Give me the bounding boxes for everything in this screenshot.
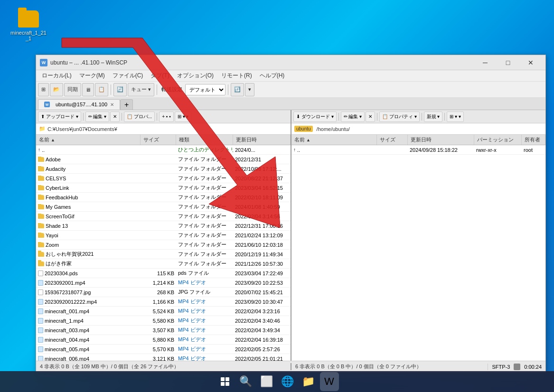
desktop-icon-minecraft[interactable]: minecraft_1_21_1 — [9, 9, 47, 41]
col-name-r[interactable]: 名前 ▲ — [291, 135, 377, 145]
search-taskbar-btn[interactable]: 🔍 — [236, 372, 255, 391]
right-status: 6 非表示 0 B（全 0 B 中）/ 0 個目（全 0 ファイル中） — [291, 363, 488, 370]
table-row[interactable]: Shade 13 ファイル フォルダー 2022/12/31 17:00:16 — [36, 221, 291, 231]
table-row[interactable]: CELSYS ファイル フォルダー 2020/08/22 21:12:37 — [36, 174, 291, 183]
left-delete-btn[interactable]: ✕ — [110, 112, 120, 122]
left-new-btn[interactable]: + ▪ ▪ — [159, 112, 174, 122]
table-row[interactable]: minecraft_005.mp4 5,570 KB MP4 ビデオ 2022/… — [36, 345, 291, 354]
table-row[interactable]: 1593672318077.jpg 268 KB JPG ファイル 2020/0… — [36, 288, 291, 297]
col-owner-r[interactable]: 所有者 — [522, 135, 545, 145]
left-props-btn[interactable]: 📋 プロパ... — [124, 112, 155, 122]
left-panel: ⬆ アップロード ▾ ✏ 編集 ▾ ✕ 📋 プロパ... + ▪ ▪ ⊞ ▾ ▾… — [36, 110, 291, 361]
left-file-list[interactable]: ↑.. ひとつ上のディレクトリ 2024/0... Adobe ファイル フォル… — [36, 145, 291, 361]
explorer-btn[interactable]: 📁 — [299, 372, 318, 391]
table-row[interactable]: minecraft_003.mp4 3,507 KB MP4 ビデオ 2022/… — [36, 326, 291, 335]
col-date[interactable]: 更新日時 — [233, 135, 291, 145]
table-row[interactable]: ScreenToGif ファイル フォルダー 2022/02/04 3:14:5… — [36, 212, 291, 221]
left-edit-btn[interactable]: ✏ 編集 ▾ — [85, 112, 110, 122]
table-row[interactable]: 2023092001.mp4 1,214 KB MP4 ビデオ 2023/09/… — [36, 278, 291, 288]
edge-btn[interactable]: 🌐 — [278, 372, 297, 391]
left-file-header: 名前 ▲ サイズ 種類 更新日時 — [36, 135, 291, 145]
table-row[interactable]: Yayoi ファイル フォルダー 2021/02/24 13:12:09 — [36, 231, 291, 240]
table-row[interactable]: Adobe ファイル フォルダー 2022/12/31 — [36, 155, 291, 164]
col-perm-r[interactable]: パーミッション — [474, 135, 522, 145]
toolbar-icon2[interactable]: 📋 — [95, 83, 108, 96]
right-props-btn[interactable]: 📋 プロパティ ▾ — [379, 112, 420, 122]
minimize-button[interactable]: ─ — [474, 56, 496, 69]
left-upload-btn[interactable]: ⬆ アップロード ▾ — [38, 112, 81, 122]
sep3 — [157, 113, 157, 121]
lock-icon — [514, 364, 520, 370]
table-row[interactable]: minecraft_004.mp4 5,880 KB MP4 ビデオ 2022/… — [36, 335, 291, 345]
time-label: 0:00:24 — [524, 364, 542, 370]
toolbar-misc-btn[interactable]: ▾ — [245, 83, 254, 96]
left-view-btn[interactable]: ⊞ ▾ ▾ — [175, 112, 192, 122]
toolbar-sync-btn[interactable]: 同期 — [64, 83, 81, 96]
table-row[interactable]: 20230304.pds 115 KB pds ファイル 2023/03/04 … — [36, 269, 291, 278]
toolbar-refresh-btn[interactable]: 🔃 — [231, 83, 244, 96]
right-path-bar: ubuntu /home/ubuntu/ — [291, 123, 545, 135]
menu-file[interactable]: ファイル(C) — [109, 71, 147, 81]
col-name[interactable]: 名前 ▲ — [36, 135, 141, 145]
tab-label: ubuntu@157....41.100 — [56, 102, 107, 107]
col-size-r[interactable]: サイズ — [377, 135, 408, 145]
table-row[interactable]: 20230920012222.mp4 1,166 KB MP4 ビデオ 2023… — [36, 297, 291, 307]
table-row[interactable]: CyberLink ファイル フォルダー 2023/03/04 16:52:15 — [36, 183, 291, 193]
table-row[interactable]: minecraft_1.mp4 5,580 KB MP4 ビデオ 2022/02… — [36, 316, 291, 326]
window-title: ubuntu – ... .41.100 – WinSCP — [50, 59, 474, 66]
menu-options[interactable]: オプション(O) — [173, 71, 217, 81]
table-row[interactable]: My Games ファイル フォルダー 2024/01/08 1:40:59 — [36, 202, 291, 212]
tab-bar: W ubuntu@157....41.100 ✕ + — [36, 98, 545, 110]
winscp-icon: W — [40, 59, 47, 66]
tab-close-btn[interactable]: ✕ — [110, 102, 114, 107]
table-row[interactable]: ↑.. ひとつ上のディレクトリ 2024/0... — [36, 145, 291, 155]
desktop-icon-label: minecraft_1_21_1 — [9, 30, 47, 41]
toolbar-icon1[interactable]: 🖥 — [82, 83, 94, 96]
tab-new[interactable]: + — [120, 99, 133, 110]
left-hidden-count: 4 非表示 — [40, 364, 60, 369]
toolbar-sep1 — [111, 84, 111, 95]
toolbar-up-btn[interactable]: 🔄 — [113, 83, 127, 96]
winscp-taskbar-btn[interactable]: W — [320, 372, 339, 391]
table-row[interactable]: ↑.. 2024/09/28 15:18:22 rwxr-xr-x root — [291, 145, 545, 155]
col-type[interactable]: 種類 — [176, 135, 233, 145]
menu-mark[interactable]: マーク(M) — [75, 71, 109, 81]
right-edit-btn[interactable]: ✏ 編集 ▾ — [341, 112, 365, 122]
table-row[interactable]: minecraft_006.mp4 3,121 KB MP4 ビデオ 2022/… — [36, 354, 291, 361]
table-row[interactable]: はがき作家 ファイル フォルダー 2021/12/26 10:57:30 — [36, 259, 291, 269]
protocol-label: SFTP-3 — [492, 364, 510, 370]
menu-local[interactable]: ローカル(L) — [38, 71, 75, 81]
table-row[interactable]: Audacity ファイル フォルダー 2022/10/08 17:12:... — [36, 164, 291, 174]
right-new-btn[interactable]: 新規 ▾ — [424, 112, 443, 122]
panels-container: ⬆ アップロード ▾ ✏ 編集 ▾ ✕ 📋 プロパ... + ▪ ▪ ⊞ ▾ ▾… — [36, 110, 545, 361]
transfer-select[interactable]: デフォルト — [185, 84, 225, 95]
tab-ubuntu[interactable]: W ubuntu@157....41.100 ✕ — [38, 99, 120, 110]
start-button[interactable] — [216, 372, 235, 391]
right-download-btn[interactable]: ⬇ ダウンロード ▾ — [293, 112, 337, 122]
folder-icon — [17, 9, 40, 28]
col-size[interactable]: サイズ — [141, 135, 176, 145]
right-file-list[interactable]: ↑.. 2024/09/28 15:18:22 rwxr-xr-x root — [291, 145, 545, 361]
toolbar-queue-btn[interactable]: キュー ▾ — [128, 83, 154, 96]
left-path: C:¥Users¥jun07¥Documents¥ — [47, 126, 117, 132]
table-row[interactable]: minecraft_001.mp4 5,524 KB MP4 ビデオ 2022/… — [36, 307, 291, 316]
menu-remote[interactable]: リモート(R) — [217, 71, 256, 81]
col-date-r[interactable]: 更新日時 — [408, 135, 474, 145]
maximize-button[interactable]: □ — [497, 56, 519, 69]
menu-tab[interactable]: タブ(T) — [147, 71, 173, 81]
toolbar-open-btn[interactable]: 📂 — [50, 83, 63, 96]
right-view-btn[interactable]: ⊞ ▾ ▾ — [447, 112, 464, 122]
table-row[interactable]: おしゃれ年賀状2021 ファイル フォルダー 2020/12/19 11:49:… — [36, 250, 291, 259]
toolbar-grid-btn[interactable]: ⊞ — [38, 83, 49, 96]
table-row[interactable]: Zoom ファイル フォルダー 2021/06/10 12:03:18 — [36, 240, 291, 250]
status-extra: SFTP-3 0:00:24 — [488, 364, 545, 370]
right-delete-btn[interactable]: ✕ — [366, 112, 375, 122]
close-button[interactable]: ✕ — [520, 56, 542, 69]
transfer-label: 転送設定 — [161, 86, 182, 93]
menu-help[interactable]: ヘルプ(H) — [256, 71, 289, 81]
sep — [83, 113, 84, 121]
table-row[interactable]: FeedbackHub ファイル フォルダー 2022/02/10 18:11:… — [36, 193, 291, 202]
taskview-btn[interactable]: ⬜ — [257, 372, 276, 391]
window-controls: ─ □ ✕ — [474, 56, 542, 69]
right-path: /home/ubuntu/ — [317, 126, 350, 132]
